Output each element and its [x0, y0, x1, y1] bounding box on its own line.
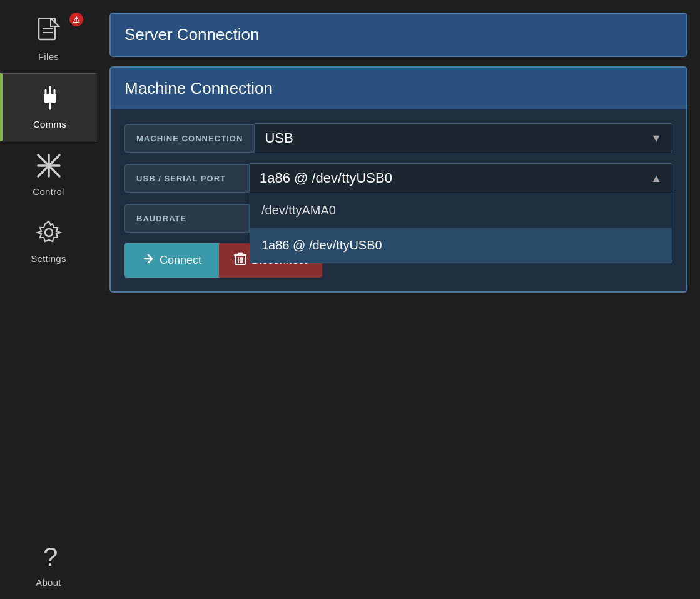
usb-serial-port-label: USB / SERIAL PORT: [124, 164, 250, 193]
sidebar-item-comms-label: Comms: [33, 119, 66, 129]
sidebar-item-settings[interactable]: Settings: [0, 208, 97, 275]
connect-label: Connect: [160, 254, 201, 267]
files-badge: ⚠: [69, 13, 83, 26]
server-connection-card: Server Connection: [109, 13, 687, 57]
baudrate-label: BAUDRATE: [124, 204, 250, 233]
file-icon: [37, 18, 61, 48]
sidebar-item-files-label: Files: [38, 51, 59, 62]
question-icon: ?: [37, 543, 61, 573]
server-connection-title: Server Connection: [124, 25, 259, 44]
main-content: Server Connection Machine Connection MAC…: [97, 0, 700, 599]
server-connection-header: Server Connection: [111, 14, 686, 56]
machine-connection-body: MACHINE CONNECTION USB ▼ USB / SERIAL PO…: [111, 109, 686, 291]
machine-connection-header: Machine Connection: [111, 68, 686, 109]
dropdown-option-ttyUSB0[interactable]: 1a86 @ /dev/ttyUSB0: [250, 228, 672, 263]
sidebar-item-about-label: About: [36, 577, 61, 588]
sidebar-item-settings-label: Settings: [31, 253, 66, 264]
sidebar-item-control[interactable]: Control: [0, 141, 97, 208]
machine-connection-row: MACHINE CONNECTION USB ▼: [124, 123, 672, 153]
sidebar-item-files[interactable]: ⚠ Files: [0, 6, 97, 73]
trash-icon: [234, 252, 246, 269]
svg-rect-5: [44, 94, 56, 103]
machine-connection-title: Machine Connection: [124, 79, 273, 98]
sidebar-item-control-label: Control: [33, 186, 64, 197]
connect-button[interactable]: Connect: [124, 243, 219, 278]
svg-text:?: ?: [43, 543, 58, 570]
machine-connection-label: MACHINE CONNECTION: [124, 124, 255, 153]
control-icon: [36, 153, 62, 183]
dropdown-option-ttyAMA0[interactable]: /dev/ttyAMA0: [250, 193, 672, 228]
usb-serial-port-dropdown: /dev/ttyAMA0 1a86 @ /dev/ttyUSB0: [250, 193, 672, 263]
machine-connection-card: Machine Connection MACHINE CONNECTION US…: [109, 66, 687, 293]
machine-connection-dropdown-arrow: ▼: [651, 132, 662, 145]
usb-serial-port-row: USB / SERIAL PORT 1a86 @ /dev/ttyUSB0 ▲ …: [124, 163, 672, 193]
machine-connection-value: USB: [265, 130, 293, 146]
sidebar-item-about[interactable]: ? About: [0, 532, 97, 599]
machine-connection-select[interactable]: USB ▼: [255, 123, 672, 153]
usb-serial-port-value: 1a86 @ /dev/ttyUSB0: [260, 170, 392, 186]
svg-point-13: [45, 229, 53, 236]
settings-icon: [36, 219, 62, 249]
usb-serial-port-dropdown-arrow: ▲: [651, 172, 662, 185]
sidebar: ⚠ Files Comms: [0, 0, 97, 599]
connect-icon: [142, 253, 155, 268]
sidebar-item-comms[interactable]: Comms: [0, 73, 97, 141]
usb-serial-port-select[interactable]: 1a86 @ /dev/ttyUSB0 ▲: [250, 163, 672, 193]
plug-icon: [37, 85, 63, 115]
